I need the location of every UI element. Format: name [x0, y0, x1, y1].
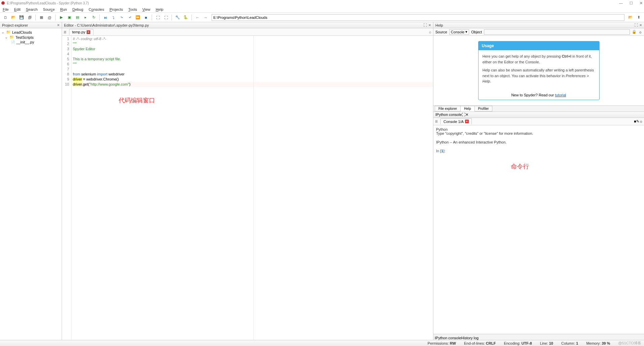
editor-tabbar: 🗎 temp.py ✕ ☼: [62, 28, 433, 36]
toolbar-separator: [191, 14, 192, 21]
step-into-icon[interactable]: ⤷: [118, 14, 125, 21]
run-icon[interactable]: ▶: [58, 14, 65, 21]
up-dir-icon[interactable]: ⬆: [635, 14, 642, 21]
help-object-input[interactable]: [484, 29, 630, 35]
tab-ipython-console[interactable]: IPython console: [435, 336, 461, 340]
chevron-down-icon[interactable]: ⌄: [5, 35, 8, 39]
right-column: Help ⛶ ✕ Source Console ▾ Object 🔒 ☼ Usa…: [433, 22, 644, 340]
pane-close-icon[interactable]: ✕: [639, 23, 642, 27]
pane-close-icon[interactable]: ✕: [57, 23, 60, 27]
pane-undock-icon[interactable]: ⛶: [462, 113, 465, 117]
stop-icon[interactable]: ■: [634, 119, 636, 123]
back-icon[interactable]: ←: [194, 14, 201, 21]
project-explorer-pane: Project explorer ✕ ⌄ 📁 LeadClouds ⌄ 📁 Te…: [0, 22, 62, 340]
maximize-pane-icon[interactable]: ⛶: [154, 14, 161, 21]
tab-profiler[interactable]: Profiler: [474, 106, 493, 112]
close-button[interactable]: ✕: [640, 1, 643, 5]
help-source-combo[interactable]: Console ▾: [449, 29, 469, 35]
code-editor[interactable]: 12345678910 代码编辑窗口 # -*- coding: utf-8 -…: [62, 36, 433, 340]
editor-tab-label: temp.py: [72, 30, 85, 34]
console-body[interactable]: Python Type "copyright", "credits" or "l…: [433, 125, 644, 334]
clear-icon[interactable]: ✎: [636, 119, 639, 124]
minimize-button[interactable]: —: [619, 1, 623, 5]
menubar: File Edit Search Source Run Debug Consol…: [0, 6, 644, 13]
menu-consoles[interactable]: Consoles: [89, 7, 104, 11]
tree-file[interactable]: 📄 __init__.py: [1, 40, 60, 44]
editor-tab[interactable]: temp.py ✕: [69, 29, 93, 35]
menu-projects[interactable]: Projects: [110, 7, 123, 11]
menu-run[interactable]: Run: [60, 7, 67, 11]
save-all-icon[interactable]: 🗐: [26, 14, 33, 21]
lock-icon[interactable]: 🔒: [632, 30, 637, 34]
help-body: Usage Here you can get help of any objec…: [433, 36, 644, 105]
pane-close-icon[interactable]: ✕: [428, 23, 431, 27]
help-title: Help: [435, 23, 443, 27]
tutorial-link[interactable]: tutorial: [555, 93, 566, 97]
preferences-icon[interactable]: 🔧: [174, 14, 181, 21]
cell-icon[interactable]: ▦: [38, 14, 45, 21]
run-cell-advance-icon[interactable]: ▤: [74, 14, 81, 21]
console-tab[interactable]: Console 1/A ✕: [440, 118, 472, 124]
menu-tools[interactable]: Tools: [128, 7, 137, 11]
menu-search[interactable]: Search: [26, 7, 38, 11]
tree-folder[interactable]: ⌄ 📁 TestScripts: [1, 35, 60, 40]
open-file-icon[interactable]: 📂: [10, 14, 17, 21]
tab-history-log[interactable]: History log: [461, 336, 479, 340]
options-icon[interactable]: ☼: [639, 119, 643, 123]
tab-file-explorer[interactable]: File explorer: [435, 106, 461, 112]
window-title: E:/Programs/Python/LeadClouds - Spyder (…: [7, 1, 89, 5]
folder-icon: 📁: [6, 30, 11, 34]
tab-close-icon[interactable]: ✕: [465, 120, 469, 123]
code-area[interactable]: 代码编辑窗口 # -*- coding: utf-8 -*-"""Spyder …: [71, 36, 433, 340]
working-directory-input[interactable]: E:\Programs\Python\LeadClouds: [212, 14, 624, 21]
toolbar-separator: [152, 14, 152, 21]
save-icon[interactable]: 💾: [18, 14, 25, 21]
pane-close-icon[interactable]: ✕: [465, 113, 468, 117]
forward-icon[interactable]: →: [202, 14, 209, 21]
tab-help[interactable]: Help: [460, 106, 475, 112]
pane-undock-icon[interactable]: ⛶: [424, 23, 427, 27]
tab-options-icon[interactable]: ☼: [428, 30, 432, 34]
options-icon[interactable]: ☼: [639, 30, 642, 34]
maximize-button[interactable]: ☐: [630, 1, 633, 5]
step-icon[interactable]: ⤵: [110, 14, 117, 21]
project-tree[interactable]: ⌄ 📁 LeadClouds ⌄ 📁 TestScripts 📄 __init_…: [0, 28, 62, 340]
editor-header: Editor - C:\Users\Administrator\.spyder-…: [62, 22, 433, 28]
step-out-icon[interactable]: ⤶: [126, 14, 133, 21]
status-memory: Memory: 39 %: [586, 341, 610, 345]
menu-file[interactable]: File: [3, 7, 9, 11]
new-file-icon[interactable]: 🗋: [2, 14, 9, 21]
run-selection-icon[interactable]: ▸: [82, 14, 89, 21]
debug-icon[interactable]: ⏯: [102, 14, 109, 21]
continue-icon[interactable]: ⏩: [134, 14, 141, 21]
fullscreen-icon[interactable]: ⛶: [162, 14, 169, 21]
editor-pane: Editor - C:\Users\Administrator\.spyder-…: [62, 22, 433, 340]
browse-dir-icon[interactable]: 📂: [627, 14, 634, 21]
stop-debug-icon[interactable]: ■: [143, 14, 149, 21]
rerun-icon[interactable]: ↻: [90, 14, 97, 21]
menu-source[interactable]: Source: [43, 7, 55, 11]
usage-box: Usage Here you can get help of any objec…: [478, 41, 600, 100]
toolbar-separator: [99, 14, 100, 21]
tree-root[interactable]: ⌄ 📁 LeadClouds: [1, 30, 60, 35]
editor-annotation: 代码编辑窗口: [119, 96, 155, 104]
document-icon[interactable]: 🗎: [435, 119, 438, 123]
document-icon[interactable]: 🗎: [63, 30, 67, 34]
help-object-label: Object: [471, 30, 482, 34]
menu-help[interactable]: Help: [156, 7, 163, 11]
console-header: IPython console ⛶ ✕: [433, 112, 644, 118]
menu-view[interactable]: View: [142, 7, 150, 11]
status-eol: End-of-lines: CRLF: [464, 341, 496, 345]
run-cell-icon[interactable]: ▣: [66, 14, 73, 21]
console-line: Type "copyright", "credits" or "license"…: [436, 131, 641, 135]
console-title: IPython console: [435, 113, 462, 117]
menu-edit[interactable]: Edit: [14, 7, 21, 11]
at-icon[interactable]: @: [46, 14, 53, 21]
console-line: Python: [436, 127, 641, 131]
python-path-icon[interactable]: 🐍: [182, 14, 189, 21]
console-pane: IPython console ⛶ ✕ 🗎 Console 1/A ✕ ■ ✎ …: [433, 112, 644, 340]
tab-close-icon[interactable]: ✕: [87, 30, 90, 34]
chevron-down-icon[interactable]: ⌄: [1, 30, 5, 34]
pane-undock-icon[interactable]: ⛶: [635, 23, 638, 27]
menu-debug[interactable]: Debug: [72, 7, 83, 11]
